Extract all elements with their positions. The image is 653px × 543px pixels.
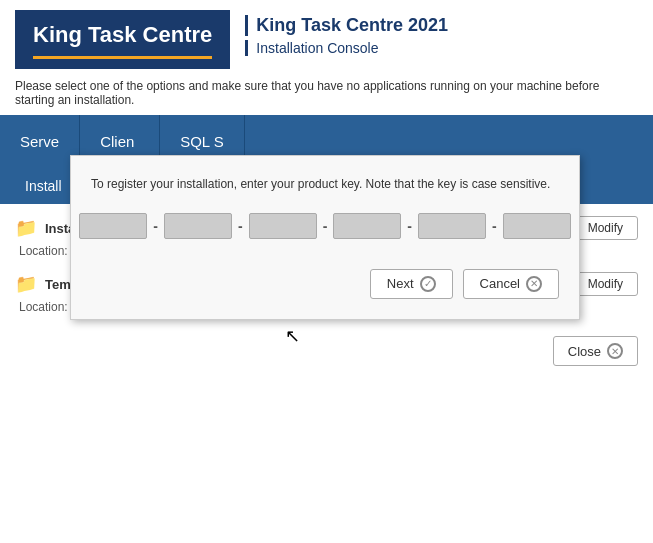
nav-button-serve[interactable]: Serve [0,115,80,168]
temp-folder-modify-button[interactable]: Modify [573,272,638,296]
key-sep-5: - [490,218,499,234]
folder-icon-2: 📁 [15,273,37,295]
modal-buttons: Next ✓ Cancel ✕ [91,269,559,299]
key-field-3[interactable] [249,213,317,239]
modal-description: To register your installation, enter you… [91,176,559,193]
folder-icon-1: 📁 [15,217,37,239]
key-sep-2: - [236,218,245,234]
key-field-4[interactable] [333,213,401,239]
banner-underline [33,56,212,59]
intro-text: Please select one of the options and mak… [0,79,653,115]
next-button-label: Next [387,276,414,291]
next-check-icon: ✓ [420,276,436,292]
close-x-icon: ✕ [607,343,623,359]
title-area: King Task Centre 2021 Installation Conso… [230,10,463,69]
cancel-x-icon: ✕ [526,276,542,292]
banner-area: King Task Centre [15,10,230,69]
key-sep-3: - [321,218,330,234]
product-key-row: - - - - - [91,213,559,239]
main-container: King Task Centre King Task Centre 2021 I… [0,0,653,543]
close-row: Close ✕ [15,328,638,366]
key-field-1[interactable] [79,213,147,239]
app-subtitle: Installation Console [245,40,448,56]
top-section: King Task Centre King Task Centre 2021 I… [0,0,653,79]
key-field-2[interactable] [164,213,232,239]
key-field-5[interactable] [418,213,486,239]
banner-title: King Task Centre [33,22,212,48]
modal-overlay: To register your installation, enter you… [70,155,580,320]
key-field-6[interactable] [503,213,571,239]
cancel-button[interactable]: Cancel ✕ [463,269,559,299]
key-sep-1: - [151,218,160,234]
cancel-button-label: Cancel [480,276,520,291]
close-button-label: Close [568,344,601,359]
close-button[interactable]: Close ✕ [553,336,638,366]
app-title: King Task Centre 2021 [245,15,448,36]
installation-folder-modify-button[interactable]: Modify [573,216,638,240]
next-button[interactable]: Next ✓ [370,269,453,299]
key-sep-4: - [405,218,414,234]
